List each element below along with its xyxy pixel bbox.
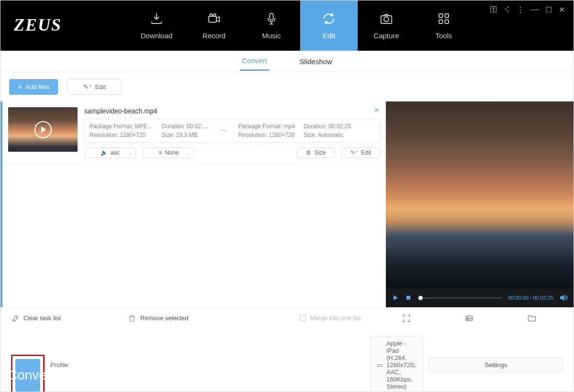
- nav-label: Capture: [373, 32, 399, 40]
- main-area: samplevideo-beach.mp4 Package Format: MP…: [0, 101, 574, 307]
- svg-rect-6: [439, 14, 443, 18]
- button-label: Edit: [95, 83, 105, 90]
- tab-convert[interactable]: Convert: [240, 52, 269, 71]
- folder-icon[interactable]: [527, 314, 537, 323]
- file-thumbnail[interactable]: [8, 107, 78, 152]
- svg-rect-8: [439, 20, 443, 24]
- arrow-icon: ⤳: [217, 125, 230, 136]
- list-toolbar: Clear task list Remove selected Merge in…: [0, 307, 574, 328]
- svg-rect-10: [406, 296, 410, 300]
- edit-button[interactable]: ✎⁺ Edit: [68, 79, 121, 95]
- snapshot-icon[interactable]: [464, 314, 474, 323]
- add-files-button[interactable]: + Add files: [9, 79, 58, 95]
- main-nav: Download Record Music Edit Capture Tools: [128, 0, 473, 51]
- tab-slideshow[interactable]: Slideshow: [298, 53, 334, 70]
- nav-label: Record: [203, 32, 225, 40]
- seek-track[interactable]: [417, 297, 502, 299]
- src-duration: Duration: 00:02:…: [162, 123, 208, 130]
- preview-image[interactable]: [386, 101, 574, 288]
- preview-tools: [375, 314, 563, 323]
- music-icon: [264, 11, 279, 26]
- output-panel: Profile: ▭ Apple - iPad (H.264, 1280x720…: [0, 328, 574, 392]
- action-bar: + Add files ✎⁺ Edit: [0, 72, 574, 101]
- label: Clear task list: [23, 314, 61, 322]
- chevron-down-icon: ⌵: [129, 150, 132, 156]
- capture-icon: [379, 11, 394, 26]
- label: Remove selected: [140, 314, 188, 322]
- file-list: samplevideo-beach.mp4 Package Format: MP…: [0, 101, 386, 307]
- close-icon[interactable]: ✕: [559, 5, 565, 14]
- audio-select[interactable]: 🔉aac⌵: [84, 147, 136, 158]
- seek-handle[interactable]: [418, 296, 423, 300]
- app-logo: ZEUS: [0, 0, 75, 51]
- menu-icon[interactable]: ⋮: [517, 5, 524, 14]
- volume-icon[interactable]: [559, 293, 568, 302]
- svg-point-5: [384, 17, 389, 22]
- svg-rect-9: [445, 20, 449, 24]
- file-name: samplevideo-beach.mp4: [84, 107, 380, 115]
- nav-record[interactable]: Record: [185, 0, 243, 51]
- wand-icon: ✎⁺: [350, 149, 358, 156]
- chevron-down-icon: ⌵: [187, 150, 190, 156]
- nav-tools[interactable]: Tools: [415, 0, 473, 51]
- nav-label: Music: [262, 32, 281, 40]
- stop-button[interactable]: [405, 294, 412, 301]
- dst-resolution: Resolution: 1280×720: [238, 132, 295, 138]
- nav-music[interactable]: Music: [243, 0, 300, 51]
- window-controls: ⚿ ⠪ ⋮ — ☐ ✕: [490, 5, 565, 14]
- file-row[interactable]: samplevideo-beach.mp4 Package Format: MP…: [2, 101, 386, 164]
- nav-label: Edit: [323, 32, 335, 40]
- doc-icon: 🗎: [306, 149, 312, 156]
- profile-select[interactable]: ▭ Apple - iPad (H.264, 1280x720; AAC, 16…: [371, 336, 423, 392]
- list-icon: ≡: [158, 149, 162, 156]
- edit-icon: [322, 11, 336, 26]
- profile-label: Profile:: [50, 361, 365, 369]
- button-label: Add files: [26, 83, 50, 90]
- subtab-bar: Convert Slideshow: [0, 51, 574, 72]
- record-icon: [207, 11, 221, 26]
- file-actions: 🔉aac⌵ ≡None⌵ 🗎Size ✎⁺Edit: [84, 147, 380, 158]
- svg-rect-0: [209, 16, 216, 22]
- checkbox-icon[interactable]: [300, 315, 306, 321]
- nav-download[interactable]: Download: [128, 0, 185, 51]
- src-size: Size: 19.3 MB: [162, 132, 208, 138]
- svg-point-1: [210, 14, 212, 16]
- subtitle-select[interactable]: ≡None⌵: [143, 147, 194, 158]
- nav-edit[interactable]: Edit: [300, 0, 358, 51]
- button-label: Edit: [361, 149, 371, 156]
- app-header: ZEUS Download Record Music Edit Capture …: [0, 0, 574, 51]
- trash-icon: [128, 314, 136, 323]
- label: Merge into one file: [310, 314, 361, 322]
- remove-file-button[interactable]: ×: [374, 105, 379, 115]
- preview-panel: 00:00:00 / 00:02:25: [386, 101, 574, 307]
- playback-bar: 00:00:00 / 00:02:25: [386, 288, 574, 307]
- convert-button[interactable]: Convert: [15, 359, 40, 392]
- remove-selected-button[interactable]: Remove selected: [128, 314, 188, 323]
- play-button[interactable]: [392, 294, 399, 302]
- nav-capture[interactable]: Capture: [358, 0, 415, 51]
- play-icon[interactable]: [34, 121, 52, 138]
- minimize-icon[interactable]: —: [531, 5, 539, 14]
- svg-rect-3: [270, 13, 273, 20]
- maximize-icon[interactable]: ☐: [545, 5, 552, 14]
- src-package: Package Format: MPE…: [90, 123, 153, 130]
- convert-highlight: Convert: [11, 355, 45, 392]
- chevron-down-icon: ⌵: [414, 362, 417, 369]
- key-icon[interactable]: ⚿: [490, 5, 497, 14]
- dst-duration: Duration: 00:02:25: [304, 123, 351, 130]
- sound-icon: 🔉: [101, 149, 108, 156]
- settings-button[interactable]: Settings: [429, 358, 563, 372]
- button-label: Convert: [8, 368, 55, 383]
- svg-point-2: [214, 14, 216, 16]
- clear-list-button[interactable]: Clear task list: [11, 314, 61, 323]
- size-button[interactable]: 🗎Size: [297, 147, 335, 158]
- share-icon[interactable]: ⠪: [504, 5, 510, 14]
- merge-checkbox[interactable]: Merge into one file: [300, 314, 361, 322]
- plus-icon: +: [18, 84, 23, 90]
- tools-icon: [437, 11, 451, 26]
- row-edit-button[interactable]: ✎⁺Edit: [341, 147, 380, 158]
- fullscreen-icon[interactable]: [402, 314, 411, 323]
- nav-label: Tools: [436, 32, 452, 40]
- dst-package: Package Format: mp4: [238, 123, 295, 130]
- button-label: Size: [315, 149, 326, 156]
